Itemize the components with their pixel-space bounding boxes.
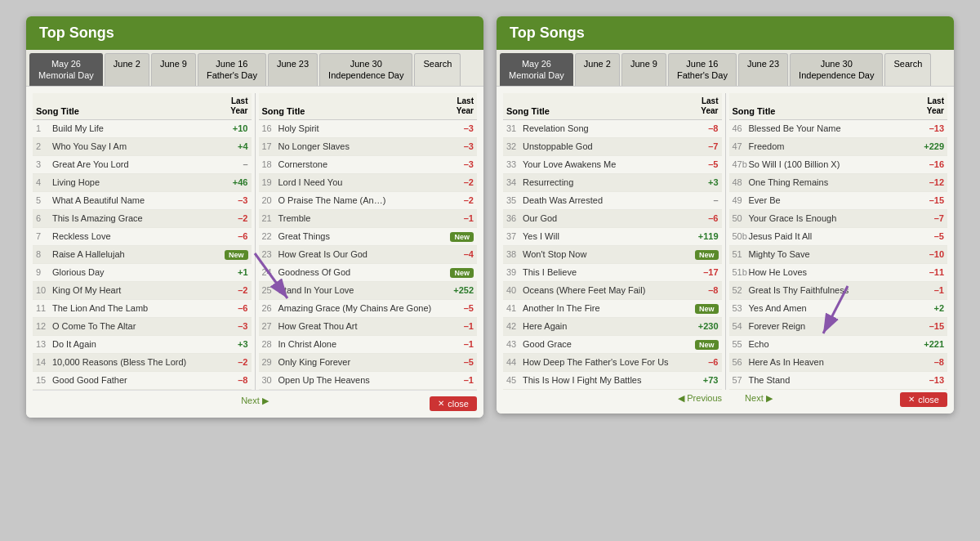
song-row[interactable]: 10King Of My Heart–2 bbox=[33, 282, 252, 300]
song-row[interactable]: 34Resurrecting+3 bbox=[503, 174, 722, 192]
tab2-june9[interactable]: June 9 bbox=[621, 53, 666, 86]
tab2-june30[interactable]: June 30Independence Day bbox=[790, 53, 883, 86]
tab-june16[interactable]: June 16Father's Day bbox=[198, 53, 266, 86]
song-row[interactable]: 20O Praise The Name (An…)–2 bbox=[259, 192, 478, 210]
song-row[interactable]: 41Another In The FireNew bbox=[503, 300, 722, 318]
song-row[interactable]: 47Freedom+229 bbox=[729, 138, 948, 156]
song-row[interactable]: 16Holy Spirit–3 bbox=[259, 120, 478, 138]
song-row[interactable]: 33Your Love Awakens Me–5 bbox=[503, 156, 722, 174]
tab-june23[interactable]: June 23 bbox=[268, 53, 318, 86]
song-change: –5 bbox=[689, 159, 719, 169]
song-row[interactable]: 17No Longer Slaves–3 bbox=[259, 138, 478, 156]
song-row[interactable]: 9Glorious Day+1 bbox=[33, 264, 252, 282]
song-title: Glorious Day bbox=[52, 267, 219, 277]
song-row[interactable]: 8Raise A HallelujahNew bbox=[33, 246, 252, 264]
song-change: – bbox=[689, 195, 719, 205]
song-row[interactable]: 18Cornerstone–3 bbox=[259, 156, 478, 174]
song-row[interactable]: 42Here Again+230 bbox=[503, 318, 722, 336]
song-number: 13 bbox=[36, 339, 52, 349]
song-change: –2 bbox=[444, 177, 474, 187]
song-row[interactable]: 7Reckless Love–6 bbox=[33, 228, 252, 246]
song-row[interactable]: 36Our God–6 bbox=[503, 210, 722, 228]
song-row[interactable]: 24Goodness Of GodNew bbox=[259, 264, 478, 282]
song-row[interactable]: 50Your Grace Is Enough–7 bbox=[729, 210, 948, 228]
song-row[interactable]: 26Amazing Grace (My Chains Are Gone)–5 bbox=[259, 300, 478, 318]
song-title: Lord I Need You bbox=[278, 177, 445, 187]
song-row[interactable]: 32Unstoppable God–7 bbox=[503, 138, 722, 156]
panel-2-next[interactable]: Next ▶ bbox=[742, 390, 776, 407]
song-row[interactable]: 19Lord I Need You–2 bbox=[259, 174, 478, 192]
song-row[interactable]: 22Great ThingsNew bbox=[259, 228, 478, 246]
song-row[interactable]: 52Great Is Thy Faithfulness–1 bbox=[729, 282, 948, 300]
song-number: 38 bbox=[506, 249, 523, 259]
song-row[interactable]: 15Good Good Father–8 bbox=[33, 372, 252, 390]
tab2-may26[interactable]: May 26Memorial Day bbox=[500, 53, 573, 86]
tab2-june2[interactable]: June 2 bbox=[575, 53, 620, 86]
song-row[interactable]: 27How Great Thou Art–1 bbox=[259, 318, 478, 336]
song-row[interactable]: 57The Stand–13 bbox=[729, 372, 948, 390]
song-row[interactable]: 4Living Hope+46 bbox=[33, 174, 252, 192]
song-change: –5 bbox=[444, 303, 474, 313]
tab-june2[interactable]: June 2 bbox=[105, 53, 149, 86]
song-row[interactable]: 35Death Was Arrested– bbox=[503, 192, 722, 210]
song-title: Ever Be bbox=[749, 195, 915, 205]
song-row[interactable]: 44How Deep The Father's Love For Us–6 bbox=[503, 354, 722, 372]
panel-2-right-header: Song Title LastYear bbox=[729, 93, 948, 120]
song-row[interactable]: 3Great Are You Lord– bbox=[33, 156, 252, 174]
song-number: 25 bbox=[262, 285, 278, 295]
song-row[interactable]: 45This Is How I Fight My Battles+73 bbox=[503, 372, 722, 390]
panel-2-close-button[interactable]: close bbox=[900, 392, 947, 407]
song-row[interactable]: 53Yes And Amen+2 bbox=[729, 300, 948, 318]
song-row[interactable]: 28In Christ Alone–1 bbox=[259, 336, 478, 354]
song-row[interactable]: 23How Great Is Our God–4 bbox=[259, 246, 478, 264]
tab-june30[interactable]: June 30Independence Day bbox=[319, 53, 412, 86]
song-row[interactable]: 13Do It Again+3 bbox=[33, 336, 252, 354]
panel-1-footer[interactable]: Next ▶ bbox=[33, 390, 477, 411]
song-number: 20 bbox=[262, 195, 278, 205]
panel-1-close-button[interactable]: close bbox=[430, 396, 477, 411]
song-row[interactable]: 51Mighty To Save–10 bbox=[729, 246, 948, 264]
song-row[interactable]: 46Blessed Be Your Name–13 bbox=[729, 120, 948, 138]
song-row[interactable]: 12O Come To The Altar–3 bbox=[33, 318, 252, 336]
tab2-june23[interactable]: June 23 bbox=[738, 53, 788, 86]
song-row[interactable]: 6This Is Amazing Grace–2 bbox=[33, 210, 252, 228]
song-number: 3 bbox=[36, 159, 52, 169]
song-row[interactable]: 37Yes I Will+119 bbox=[503, 228, 722, 246]
song-number: 50 bbox=[733, 213, 749, 223]
song-row[interactable]: 2Who You Say I Am+4 bbox=[33, 138, 252, 156]
song-change: –2 bbox=[219, 357, 248, 367]
song-row[interactable]: 55Echo+221 bbox=[729, 336, 948, 354]
song-row[interactable]: 49Ever Be–15 bbox=[729, 192, 948, 210]
panel-2-prev[interactable]: ◀ Previous bbox=[675, 390, 725, 407]
tab2-june16[interactable]: June 16Father's Day bbox=[668, 53, 737, 86]
song-row[interactable]: 38Won't Stop NowNew bbox=[503, 246, 722, 264]
song-number: 19 bbox=[262, 177, 278, 187]
song-number: 8 bbox=[36, 249, 52, 259]
song-change: –1 bbox=[444, 213, 474, 223]
song-row[interactable]: 1410,000 Reasons (Bless The Lord)–2 bbox=[33, 354, 252, 372]
song-row[interactable]: 50bJesus Paid It All–5 bbox=[729, 228, 948, 246]
song-row[interactable]: 47bSo Will I (100 Billion X)–16 bbox=[729, 156, 948, 174]
song-row[interactable]: 29Only King Forever–5 bbox=[259, 354, 478, 372]
tab-search[interactable]: Search bbox=[414, 53, 461, 86]
song-row[interactable]: 25Stand In Your Love+252 bbox=[259, 282, 478, 300]
song-change: New bbox=[450, 230, 474, 242]
song-row[interactable]: 11The Lion And The Lamb–6 bbox=[33, 300, 252, 318]
tab-june9[interactable]: June 9 bbox=[151, 53, 196, 86]
tab2-search[interactable]: Search bbox=[884, 53, 931, 86]
song-row[interactable]: 31Revelation Song–8 bbox=[503, 120, 722, 138]
song-change: –8 bbox=[689, 123, 719, 133]
song-row[interactable]: 39This I Believe–17 bbox=[503, 264, 722, 282]
song-row[interactable]: 48One Thing Remains–12 bbox=[729, 174, 948, 192]
song-row[interactable]: 51bHow He Loves–11 bbox=[729, 264, 948, 282]
song-row[interactable]: 43Good GraceNew bbox=[503, 336, 722, 354]
song-row[interactable]: 5What A Beautiful Name–3 bbox=[33, 192, 252, 210]
song-row[interactable]: 21Tremble–1 bbox=[259, 210, 478, 228]
song-row[interactable]: 40Oceans (Where Feet May Fail)–8 bbox=[503, 282, 722, 300]
song-row[interactable]: 56Here As In Heaven–8 bbox=[729, 354, 948, 372]
song-row[interactable]: 1Build My Life+10 bbox=[33, 120, 252, 138]
song-row[interactable]: 30Open Up The Heavens–1 bbox=[259, 372, 478, 390]
song-row[interactable]: 54Forever Reign–15 bbox=[729, 318, 948, 336]
tab-may26[interactable]: May 26Memorial Day bbox=[29, 53, 103, 86]
song-number: 48 bbox=[733, 177, 749, 187]
